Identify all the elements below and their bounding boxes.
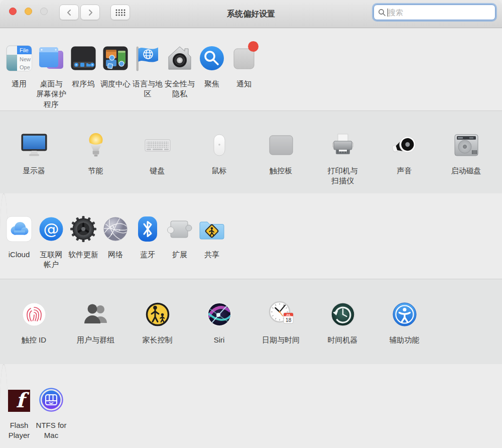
pref-item-time-machine[interactable]: 时间机器 [312,279,373,345]
pref-item-printers-scanners[interactable]: 打印机与 扫描仪 [312,111,373,186]
pref-item-label: 时间机器 [328,335,358,345]
time-machine-icon [327,298,359,330]
icloud-icon [3,213,35,245]
pref-item-label: 声音 [397,166,412,176]
pref-item-label: Siri [214,335,225,345]
pref-item-label: 鼠标 [212,166,227,176]
general-icon: FileNewOpe [3,42,35,74]
energy-saver-icon [80,129,112,161]
notification-badge [248,41,259,52]
siri-icon [203,298,235,330]
pref-row-1: FileNewOpe通用桌面与 屏幕保护程序程序坞调度中心语言与地区安全性与隐私… [0,28,8,110]
system-preferences-window: 系统偏好设置 FileNewOpe通用桌面与 屏幕保护程序程序坞调度中心语言与地… [0,0,502,448]
pref-item-accessibility[interactable]: 辅助功能 [373,279,435,345]
sound-icon [389,129,421,161]
pref-item-keyboard[interactable]: 键盘 [127,111,188,176]
pref-item-desktop-screensaver[interactable]: 桌面与 屏幕保护程序 [35,28,67,109]
pref-item-spotlight[interactable]: 聚焦 [196,28,228,89]
pref-item-extensions[interactable]: 扩展 [164,194,196,260]
ntfs-for-mac-icon [35,384,67,416]
pref-item-label: 日期与时间 [262,335,300,345]
pref-item-label: 触控 ID [22,335,46,345]
pref-item-label: 聚焦 [204,79,219,89]
trackpad-icon [265,129,297,161]
security-privacy-icon [164,42,196,74]
svg-text:Ope: Ope [20,64,30,70]
pref-item-ntfs-for-mac[interactable]: NTFS for Mac [35,365,67,441]
svg-text:File: File [20,47,29,53]
pref-item-touch-id[interactable]: 触控 ID [3,279,65,345]
pref-item-mission-control[interactable]: 调度中心 [99,28,132,89]
pref-item-software-update[interactable]: 软件更新 [67,194,99,260]
pref-item-date-time[interactable]: JUL18日期与时间 [250,279,312,345]
svg-text:New: New [20,56,31,62]
flash-player-icon: f [3,384,35,416]
pref-item-notifications[interactable]: 通知 [228,28,260,89]
search-input[interactable] [388,8,491,17]
pref-row-2: 显示器节能键盘鼠标触控板打印机与 扫描仪声音启动磁盘 [0,110,502,193]
pref-item-label: iCloud [9,250,30,260]
pref-item-label: 节能 [88,166,103,176]
pref-item-label: 程序坞 [72,79,95,89]
pref-item-label: NTFS for Mac [35,420,67,441]
pref-row-3: iCloud@互联网 帐户软件更新网络蓝牙扩展共享 [0,193,8,279]
pref-item-label: 辅助功能 [390,335,420,345]
pref-item-users-groups[interactable]: 用户与群组 [65,279,127,345]
pref-item-internet-accounts[interactable]: @互联网 帐户 [35,194,67,270]
spotlight-icon [196,42,228,74]
pref-item-sharing[interactable]: 共享 [196,194,228,260]
displays-icon [18,129,50,161]
internet-accounts-icon: @ [35,213,67,245]
pref-item-label: 语言与地区 [132,79,164,99]
parental-controls-icon [142,298,174,330]
startup-disk-icon [450,129,482,161]
pref-row-5: fFlash PlayerNTFS for Mac [0,364,8,448]
dock-icon [67,42,99,74]
pref-item-label: 调度中心 [100,79,131,89]
pref-item-label: 用户与群组 [77,335,114,345]
pref-item-label: 软件更新 [68,250,98,260]
pref-item-label: 桌面与 屏幕保护程序 [35,79,67,109]
pref-item-label: 通知 [236,79,252,89]
language-region-icon [132,42,164,74]
pref-row-4: 触控 ID用户与群组家长控制SiriJUL18日期与时间时间机器辅助功能 [0,279,502,364]
pref-item-trackpad[interactable]: 触控板 [250,111,312,176]
svg-text:@: @ [44,220,59,238]
pref-item-mouse[interactable]: 鼠标 [188,111,250,176]
pref-item-label: 键盘 [150,166,165,176]
svg-text:18: 18 [285,317,291,323]
pref-item-language-region[interactable]: 语言与地区 [132,28,164,99]
pref-item-siri[interactable]: Siri [188,279,250,345]
extensions-icon [164,213,196,245]
software-update-icon [67,213,99,245]
pref-item-startup-disk[interactable]: 启动磁盘 [435,111,497,176]
pref-item-network[interactable]: 网络 [99,194,132,260]
pref-item-label: 安全性与隐私 [164,79,196,99]
pref-item-security-privacy[interactable]: 安全性与隐私 [164,28,196,99]
network-icon [99,213,132,245]
pref-item-label: 家长控制 [143,335,173,345]
pref-item-dock[interactable]: 程序坞 [67,28,99,89]
pref-item-sound[interactable]: 声音 [373,111,435,176]
notifications-icon [228,42,260,74]
pref-item-general[interactable]: FileNewOpe通用 [3,28,35,89]
users-groups-icon [80,298,112,330]
pref-item-bluetooth[interactable]: 蓝牙 [132,194,164,260]
pref-item-label: 互联网 帐户 [40,250,63,270]
printers-scanners-icon [327,129,359,161]
bluetooth-icon [132,213,164,245]
pref-item-flash-player[interactable]: fFlash Player [3,365,35,441]
pref-item-label: 蓝牙 [140,250,155,260]
date-time-icon: JUL18 [265,298,297,330]
mouse-icon [203,129,235,161]
search-field[interactable] [373,5,495,20]
pref-item-label: Flash Player [3,420,35,441]
touch-id-icon [18,298,50,330]
pref-item-displays[interactable]: 显示器 [3,111,65,176]
pref-item-label: 扩展 [172,250,187,260]
pref-item-icloud[interactable]: iCloud [3,194,35,260]
desktop-screensaver-icon [35,42,67,74]
keyboard-icon [142,129,174,161]
pref-item-energy-saver[interactable]: 节能 [65,111,127,176]
pref-item-parental-controls[interactable]: 家长控制 [127,279,188,345]
